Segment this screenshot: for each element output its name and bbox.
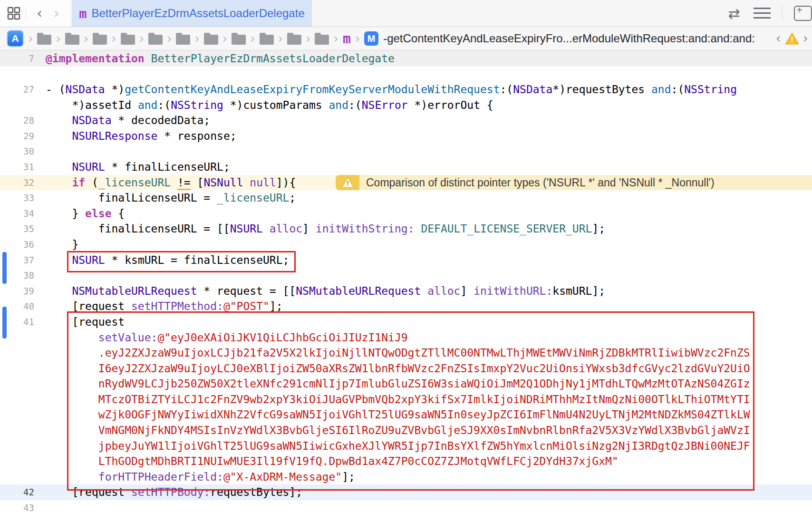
- code-line-31: 31 NSURL * finalLicenseURL;: [0, 159, 812, 175]
- editor-overview-grid-icon[interactable]: [7, 6, 21, 20]
- line-number: 28: [0, 113, 34, 128]
- code-line-41: 41 [request: [0, 314, 812, 330]
- code-line: VmNGM0NjFkNDY4MSIsInVzYWdlX3BvbGljeSI6Il…: [0, 423, 812, 438]
- code-line: jpbeyJuYW1lIjoiVGhlT25lUG9saWN5IiwicGxhe…: [0, 438, 812, 454]
- code-line-37: 37 NSURL * ksmURL = finalLicenseURL;: [0, 252, 812, 268]
- svg-text:!: !: [346, 179, 350, 187]
- code-line-43: 43: [0, 500, 812, 516]
- folder-icon[interactable]: [176, 35, 190, 45]
- breadcrumb-separator: ›: [28, 31, 33, 46]
- previous-issue-icon[interactable]: ‹: [772, 32, 785, 45]
- code-line-40: 40 [request setHTTPMethod:@"POST"];: [0, 299, 812, 314]
- warning-annotation[interactable]: !Comparison of distinct pointer types ('…: [336, 175, 812, 191]
- breadcrumb-separator: ›: [278, 31, 283, 46]
- warning-triangle-icon[interactable]: !: [785, 32, 799, 45]
- line-number: 43: [0, 500, 34, 516]
- folder-icon[interactable]: [121, 35, 135, 45]
- next-issue-icon[interactable]: ›: [799, 32, 812, 45]
- tab-bar-left-controls: ‹ ›: [0, 0, 70, 27]
- breadcrumb-separator: ›: [194, 31, 199, 46]
- change-bar: [2, 252, 7, 284]
- folder-icon[interactable]: [315, 35, 329, 45]
- code-line-39: 39 NSMutableURLRequest * request = [[NSM…: [0, 283, 812, 299]
- line-number: 42: [0, 484, 34, 500]
- code-line: wZjk0OGFjNWYyIiwidXNhZ2VfcG9saWN5IjoiVGh…: [0, 407, 812, 423]
- tab-title: BetterPlayerEzDrmAssetsLoaderDelegate: [92, 7, 305, 20]
- issue-navigator-controls: ‹ ! ›: [772, 32, 812, 45]
- method-badge-icon[interactable]: M: [364, 31, 378, 46]
- code-line-30: 30: [0, 144, 812, 159]
- line-number: 27: [0, 82, 34, 97]
- breadcrumb-separator: ›: [56, 31, 60, 46]
- code-line: nRydWV9LCJjb250ZW50X2tleXNfc291cmNlIjp7I…: [0, 376, 812, 392]
- breadcrumb-separator: ›: [139, 31, 144, 46]
- code-line: .eyJ2ZXJzaW9uIjoxLCJjb21fa2V5X2lkIjoiNjl…: [0, 345, 812, 361]
- breadcrumb-separator: ›: [306, 31, 310, 46]
- code-line-36: 36 }: [0, 237, 812, 252]
- folder-icon[interactable]: [93, 35, 107, 45]
- tab-bar-right-controls: ⇄: [722, 0, 812, 27]
- folder-icon[interactable]: [65, 35, 79, 45]
- line-number: 34: [0, 206, 34, 222]
- change-bar: [2, 307, 7, 338]
- line-number: 35: [0, 221, 34, 237]
- code-editor[interactable]: 7@implementation BetterPlayerEzDrmAssets…: [0, 50, 812, 522]
- navigate-back-icon[interactable]: ‹: [31, 6, 48, 20]
- line-number: 36: [0, 237, 34, 252]
- line-number: 31: [0, 159, 34, 175]
- warning-triangle-icon[interactable]: !: [336, 175, 359, 191]
- code-line: I6eyJ2ZXJzaW9uIjoyLCJ0eXBlIjoiZW50aXRsZW…: [0, 361, 812, 377]
- warning-message: Comparison of distinct pointer types ('N…: [359, 175, 812, 191]
- svg-text:!: !: [791, 35, 793, 44]
- breadcrumb-separator: ›: [355, 31, 360, 46]
- editor-tab[interactable]: m BetterPlayerEzDrmAssetsLoaderDelegate: [72, 0, 312, 27]
- code-line: *)assetId and:(NSString *)customParams a…: [0, 97, 812, 113]
- folder-icon[interactable]: [287, 35, 301, 45]
- folder-icon[interactable]: [204, 35, 218, 45]
- code-line-29: 29 NSURLResponse * response;: [0, 128, 812, 144]
- code-gap: [0, 67, 812, 82]
- code-line-7: 7@implementation BetterPlayerEzDrmAssets…: [0, 50, 812, 67]
- code-line-42: 42 [request setHTTPBody:requestBytes];: [0, 484, 812, 500]
- jump-bar: A››››››››››››m›M -getContentKeyAndLeaseE…: [0, 27, 812, 50]
- line-number: 7: [0, 50, 34, 67]
- line-number: 32: [0, 175, 34, 191]
- code-line-28: 28 NSData * decodedData;: [0, 113, 812, 128]
- code-review-swap-icon[interactable]: ⇄: [728, 5, 740, 22]
- add-editor-icon[interactable]: [794, 6, 812, 21]
- code-line: LThGODgtMDhBRTI1NUIwMUE3Il19fV19fQ.DpwBd…: [0, 454, 812, 469]
- line-number: 39: [0, 283, 34, 299]
- folder-icon[interactable]: [232, 35, 246, 45]
- code-line: setValue:@"eyJ0eXAiOiJKV1QiLCJhbGciOiJIU…: [0, 330, 812, 346]
- divider: [26, 7, 26, 19]
- code-line-38: 38: [0, 268, 812, 283]
- breadcrumb-separator: ›: [111, 31, 116, 46]
- code-line: forHTTPHeaderField:@"X-AxDRM-Message"];: [0, 469, 812, 485]
- folder-icon[interactable]: [37, 35, 51, 45]
- breadcrumb-separator: ›: [222, 31, 227, 46]
- breadcrumb-separator: ›: [84, 31, 88, 46]
- navigate-forward-icon[interactable]: ›: [48, 6, 65, 20]
- adjust-editor-options-icon[interactable]: [754, 8, 771, 19]
- code-line: MTczOTBiZTYiLCJ1c2FnZV9wb2xpY3kiOiJUaGVP…: [0, 392, 812, 407]
- line-number: 30: [0, 144, 34, 159]
- tab-bar: ‹ › m BetterPlayerEzDrmAssetsLoaderDeleg…: [0, 0, 812, 27]
- code-line-35: 35 finalLicenseURL = [[NSURL alloc] init…: [0, 221, 812, 237]
- code-line-33: 33 finalLicenseURL = _licenseURL;: [0, 190, 812, 206]
- breadcrumb-separator: ›: [167, 31, 172, 46]
- divider: [782, 7, 783, 19]
- objc-file-breadcrumb-icon[interactable]: m: [343, 31, 351, 47]
- breadcrumb: A››››››››››››m›M: [7, 30, 378, 47]
- code-line-27: 27- (NSData *)getContentKeyAndLeaseExpir…: [0, 82, 812, 97]
- code-line-34: 34 } else {: [0, 206, 812, 222]
- objc-file-icon: m: [79, 6, 87, 21]
- breadcrumb-separator: ›: [333, 31, 338, 46]
- breadcrumb-separator: ›: [250, 31, 255, 46]
- folder-icon[interactable]: [148, 35, 163, 45]
- app-project-icon[interactable]: A: [7, 30, 24, 47]
- folder-icon[interactable]: [260, 35, 274, 45]
- code-line-32: 32 if (_licenseURL != [NSNull null]){!Co…: [0, 175, 812, 191]
- line-number: 29: [0, 128, 34, 144]
- breadcrumb-method-name[interactable]: -getContentKeyAndLeaseExpiryFro...erModu…: [383, 32, 755, 45]
- line-number: 33: [0, 190, 34, 206]
